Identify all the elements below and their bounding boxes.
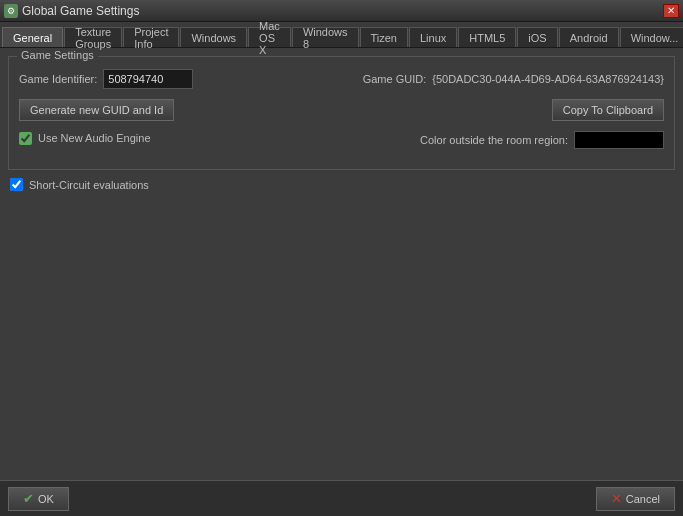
use-new-audio-checkbox[interactable] (19, 132, 32, 145)
color-outside-label: Color outside the room region: (420, 134, 568, 146)
generate-section: Generate new GUID and Id (19, 99, 174, 121)
app-icon: ⚙ (4, 4, 18, 18)
tab-window-extra[interactable]: Window... (620, 27, 683, 47)
copy-to-clipboard-button[interactable]: Copy To Clipboard (552, 99, 664, 121)
tab-ios[interactable]: iOS (517, 27, 557, 47)
game-settings-group: Game Settings Game Identifier: Game GUID… (8, 56, 675, 170)
audio-checkbox-row: Use New Audio Engine (19, 132, 151, 145)
cancel-icon: ✕ (611, 491, 622, 506)
tab-android[interactable]: Android (559, 27, 619, 47)
buttons-row: Generate new GUID and Id Copy To Clipboa… (19, 99, 664, 121)
identifier-guid-row: Game Identifier: Game GUID: {50DADC30-04… (19, 69, 664, 89)
use-new-audio-label: Use New Audio Engine (38, 132, 151, 144)
short-circuit-label: Short-Circuit evaluations (29, 179, 149, 191)
close-button[interactable]: ✕ (663, 4, 679, 18)
cancel-label: Cancel (626, 493, 660, 505)
group-title: Game Settings (17, 49, 98, 61)
cancel-button[interactable]: ✕ Cancel (596, 487, 675, 511)
copy-section: Copy To Clipboard (552, 99, 664, 121)
tab-windows[interactable]: Windows (180, 27, 247, 47)
bottom-bar: ✔ OK ✕ Cancel (0, 480, 683, 516)
title-bar: ⚙ Global Game Settings ✕ (0, 0, 683, 22)
tab-texture-groups[interactable]: Texture Groups (64, 27, 122, 47)
guid-section: Game GUID: {50DADC30-044A-4D69-AD64-63A8… (363, 73, 664, 85)
short-circuit-checkbox[interactable] (10, 178, 23, 191)
game-guid-value: {50DADC30-044A-4D69-AD64-63A876924143} (432, 73, 664, 85)
tab-project-info[interactable]: Project Info (123, 27, 179, 47)
ok-button[interactable]: ✔ OK (8, 487, 69, 511)
tab-windows-8[interactable]: Windows 8 (292, 27, 359, 47)
short-circuit-row: Short-Circuit evaluations (10, 178, 675, 191)
tab-bar: General Texture Groups Project Info Wind… (0, 22, 683, 48)
game-identifier-label: Game Identifier: (19, 73, 97, 85)
ok-icon: ✔ (23, 491, 34, 506)
color-picker[interactable] (574, 131, 664, 149)
tab-linux[interactable]: Linux (409, 27, 457, 47)
audio-color-row: Use New Audio Engine Color outside the r… (19, 131, 664, 149)
generate-guid-button[interactable]: Generate new GUID and Id (19, 99, 174, 121)
identifier-section: Game Identifier: (19, 69, 193, 89)
tab-tizen[interactable]: Tizen (360, 27, 409, 47)
tab-mac-os-x[interactable]: Mac OS X (248, 27, 291, 47)
game-guid-label: Game GUID: (363, 73, 427, 85)
tab-general[interactable]: General (2, 27, 63, 47)
color-outside-section: Color outside the room region: (420, 131, 664, 149)
window-title: Global Game Settings (22, 4, 139, 18)
game-identifier-input[interactable] (103, 69, 193, 89)
tab-html5[interactable]: HTML5 (458, 27, 516, 47)
main-content: Game Settings Game Identifier: Game GUID… (0, 48, 683, 480)
ok-label: OK (38, 493, 54, 505)
